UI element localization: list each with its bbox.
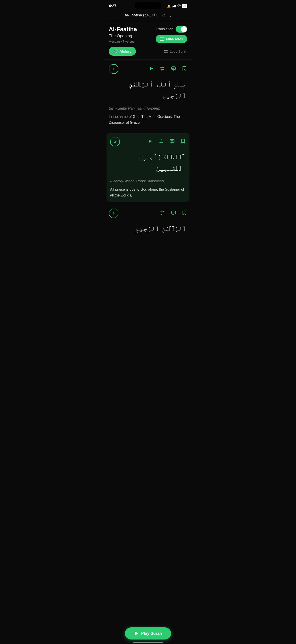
status-bar: 4:27 🔔 72 (104, 0, 192, 11)
loop-surah-button[interactable]: Loop Surah (164, 50, 187, 53)
verse-3-repeat-button[interactable] (159, 210, 166, 217)
auto-scroll-button[interactable]: Auto-scroll (156, 35, 187, 43)
surah-info-section: Al-Faatiha The Opening Meccan • 7 verses… (104, 21, 192, 47)
verse-1-badge: 1 (109, 64, 119, 74)
verse-2-comment-button[interactable] (169, 138, 176, 146)
bell-muted-icon: 🔔 (167, 4, 171, 8)
svg-marker-10 (149, 140, 152, 143)
bottom-controls: 🔊 Alafasy Loop Surah (104, 47, 192, 59)
notch (135, 2, 161, 9)
home-indicator (104, 640, 192, 644)
loop-icon (164, 50, 168, 53)
verse-3-badge: 3 (109, 208, 119, 218)
verse-2-transliteration: Alhamdu lillaahi Rabbil 'aalameen (110, 178, 186, 184)
battery-icon: 72 (182, 4, 187, 8)
svg-marker-18 (135, 632, 138, 636)
svg-marker-5 (150, 67, 153, 70)
status-time: 4:27 (109, 4, 116, 8)
verse-2-play-button[interactable] (147, 138, 153, 146)
header-title: Al-Faatiha (سُورَةُ ٱلْفَاتِحَةَ) (104, 11, 192, 21)
translation-label: Translation (156, 27, 173, 31)
surah-info-left: Al-Faatiha The Opening Meccan • 7 verses (109, 26, 137, 43)
verse-2-arabic: ٱلۡحَمۡدُ لِلَّهِ رَبِّ ٱلۡعَٰلَمِينَ (110, 151, 186, 174)
verse-3-arabic: ٱلرَّحۡمَٰنِ ٱلرَّحِيمِ (109, 223, 187, 234)
verse-1-transliteration: Bismillaahir Rahmaanir Raheem (109, 106, 187, 111)
svg-rect-15 (171, 211, 176, 214)
svg-rect-6 (171, 67, 176, 70)
alafasy-button[interactable]: 🔊 Alafasy (109, 47, 136, 56)
verse-1-bookmark-button[interactable] (181, 65, 187, 73)
verse-1: 1 (104, 60, 192, 131)
translation-row: Translation (156, 26, 187, 32)
svg-marker-3 (163, 38, 164, 40)
surah-info-right: Translation Auto-scroll (156, 26, 187, 43)
play-icon (134, 631, 139, 636)
verse-1-translation: In the name of God, The Most Gracious, T… (109, 114, 187, 125)
play-bar: Play Surah (104, 628, 192, 640)
verse-2-translation: All praise is due to God alone, the Sust… (110, 186, 186, 198)
verse-1-comment-button[interactable] (170, 65, 177, 73)
verse-2: 2 (107, 133, 189, 202)
svg-rect-11 (170, 140, 174, 142)
verse-1-play-button[interactable] (148, 65, 154, 73)
verse-2-bookmark-button[interactable] (180, 138, 186, 146)
toggle-knob (181, 26, 187, 32)
status-icons: 🔔 72 (167, 4, 187, 8)
signal-icon (172, 5, 176, 8)
verse-2-badge: 2 (110, 137, 120, 147)
verse-2-header: 2 (110, 137, 186, 147)
wifi-icon (177, 4, 181, 8)
speaker-icon: 🔊 (113, 49, 118, 54)
verse-2-actions (147, 138, 186, 146)
home-bar (134, 642, 162, 643)
surah-name-arabic: Al-Faatiha (109, 26, 137, 33)
translation-toggle[interactable] (176, 26, 187, 32)
play-surah-button[interactable]: Play Surah (125, 628, 171, 640)
verse-3-comment-button[interactable] (170, 210, 177, 217)
verse-1-arabic: بِسۡمِ ٱللَّهِ ٱلرَّحۡمَٰنِ ٱلرَّحِيمِ (109, 78, 187, 101)
surah-name-english: The Opening (109, 34, 137, 38)
svg-rect-0 (160, 38, 164, 38)
verse-1-repeat-button[interactable] (159, 66, 166, 72)
verse-3-header: 3 (109, 208, 187, 218)
verse-3: 3 ٱلرَّحۡمَٰنِ ٱلر (104, 204, 192, 234)
auto-scroll-icon (160, 37, 164, 41)
verse-3-actions (159, 210, 187, 217)
verse-3-bookmark-button[interactable] (181, 210, 187, 217)
verse-1-header: 1 (109, 64, 187, 74)
surah-meta: Meccan • 7 verses (109, 40, 137, 43)
verse-2-repeat-button[interactable] (158, 138, 164, 145)
svg-rect-2 (160, 40, 164, 41)
verse-1-actions (148, 65, 187, 73)
